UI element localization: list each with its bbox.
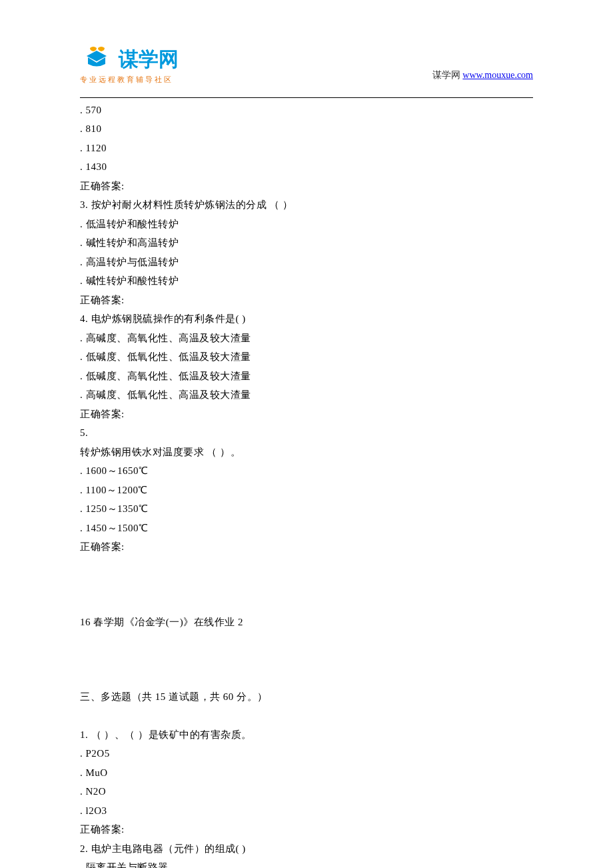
q4-option: . 高碱度、高氧化性、高温及较大渣量 (80, 329, 533, 348)
document-content: . 570 . 810 . 1120 . 1430 正确答案: 3. 按炉衬耐火… (0, 98, 613, 868)
m1-option: . P2O5 (80, 744, 533, 763)
header-link[interactable]: www.mouxue.com (462, 70, 533, 80)
q5-option: . 1250～1350℃ (80, 499, 533, 519)
q3-option: . 碱性转炉和酸性转炉 (80, 271, 533, 291)
q5-answer-label: 正确答案: (80, 537, 533, 557)
q4-stem: 4. 电炉炼钢脱硫操作的有利条件是( ) (80, 309, 533, 329)
q4-option: . 低碱度、低氧化性、低温及较大渣量 (80, 347, 533, 367)
q3-answer-label: 正确答案: (80, 291, 533, 310)
q2-option: . 1430 (80, 157, 533, 177)
section3-heading: 三、多选题（共 15 道试题，共 60 分。） (80, 687, 533, 707)
logo-text: 谋学网 (119, 49, 179, 69)
q3-option: . 碱性转炉和高温转炉 (80, 233, 533, 253)
q2-answer-label: 正确答案: (80, 177, 533, 196)
m1-option: . MuO (80, 763, 533, 783)
header-right: 谋学网 www.mouxue.com (432, 67, 533, 87)
logo: 谋学网 专业远程教育辅导社区 (80, 47, 179, 87)
q3-option: . 高温转炉与低温转炉 (80, 253, 533, 272)
q5-stem-num: 5. (80, 423, 533, 443)
page-header: 谋学网 专业远程教育辅导社区 谋学网 www.mouxue.com (0, 0, 613, 93)
q5-stem: 转炉炼钢用铁水对温度要求 （ ）。 (80, 443, 533, 462)
q3-option: . 低温转炉和酸性转炉 (80, 215, 533, 234)
q2-option: . 570 (80, 101, 533, 120)
m1-option: . N2O (80, 782, 533, 801)
q2-option: . 1120 (80, 139, 533, 158)
m2-option: . 隔离开关与断路器 (80, 858, 533, 868)
q5-option: . 1100～1200℃ (80, 481, 533, 500)
m1-option: . l2O3 (80, 801, 533, 821)
q5-option: . 1450～1500℃ (80, 519, 533, 538)
logo-subtitle: 专业远程教育辅导社区 (80, 73, 173, 87)
m1-answer-label: 正确答案: (80, 820, 533, 839)
q3-stem: 3. 按炉衬耐火材料性质转炉炼钢法的分成 （ ） (80, 195, 533, 215)
m1-stem: 1. （ ）、（ ）是铁矿中的有害杂质。 (80, 725, 533, 745)
m2-stem: 2. 电炉主电路电器（元件）的组成( ) (80, 839, 533, 859)
header-right-prefix: 谋学网 (432, 70, 463, 80)
assignment-title: 16 春学期《冶金学(一)》在线作业 2 (80, 613, 533, 632)
q4-answer-label: 正确答案: (80, 405, 533, 424)
q5-option: . 1600～1650℃ (80, 461, 533, 481)
q4-option: . 高碱度、低氧化性、高温及较大渣量 (80, 385, 533, 405)
logo-icon (80, 47, 113, 72)
q4-option: . 低碱度、高氧化性、低温及较大渣量 (80, 367, 533, 386)
q2-option: . 810 (80, 119, 533, 139)
